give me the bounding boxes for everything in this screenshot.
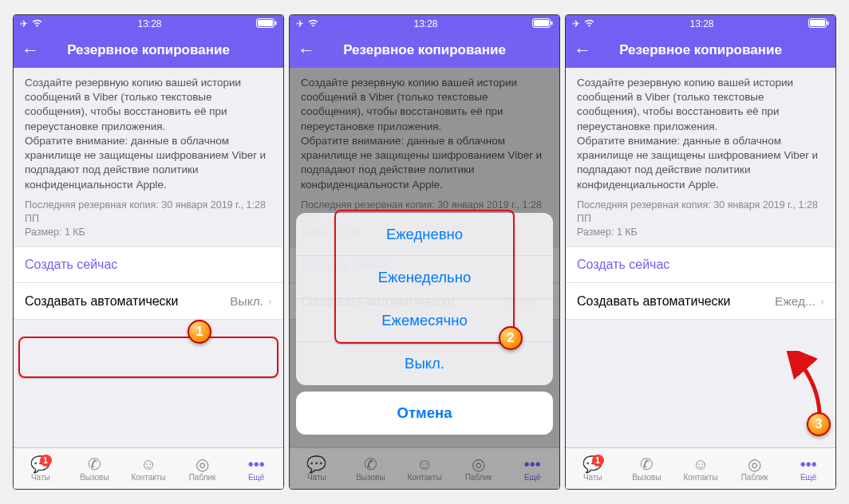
phone-screen-1: ✈ 13:28 ← Резервное копирование Создайте… <box>13 14 284 490</box>
auto-backup-label: Создавать автоматически <box>577 294 775 309</box>
more-icon: ••• <box>800 456 817 472</box>
sheet-option-daily[interactable]: Ежедневно <box>296 213 553 256</box>
tab-bar: 💬 1 Чаты ✆ Вызовы ☺ Контакты ◎ Паблик ••… <box>14 447 283 489</box>
auto-backup-value: Выкл. <box>230 294 263 309</box>
tab-public[interactable]: ◎Паблик <box>452 456 506 482</box>
back-button[interactable]: ← <box>22 41 38 59</box>
chats-badge: 1 <box>40 455 52 467</box>
tab-contacts[interactable]: ☺Контакты <box>673 456 728 482</box>
svg-rect-7 <box>810 20 825 26</box>
tab-public-label: Паблик <box>189 473 216 482</box>
public-icon: ◎ <box>472 456 485 472</box>
tab-contacts[interactable]: ☺ Контакты <box>121 456 176 482</box>
description-text: Создайте резервную копию вашей истории с… <box>566 68 835 195</box>
chevron-right-icon: › <box>820 294 824 308</box>
tab-calls[interactable]: ✆ Вызовы <box>68 456 122 482</box>
public-icon: ◎ <box>195 456 209 472</box>
tab-chats-label: Чаты <box>31 473 50 482</box>
page-title: Резервное копирование <box>590 42 827 58</box>
tab-contacts-label: Контакты <box>131 473 165 482</box>
svg-rect-2 <box>275 21 277 25</box>
tab-calls[interactable]: ✆Вызовы <box>620 456 674 482</box>
airplane-icon: ✈ <box>20 18 28 30</box>
tab-chats[interactable]: 💬 1 Чаты <box>14 456 68 482</box>
content-area: Создайте резервную копию вашей истории с… <box>566 68 835 447</box>
tab-calls-label: Вызовы <box>80 473 109 482</box>
nav-bar: ← Резервное копирование <box>290 33 559 68</box>
auto-backup-value: Ежед... <box>775 294 815 309</box>
tab-public[interactable]: ◎Паблик <box>728 456 782 482</box>
create-now-label: Создать сейчас <box>577 258 669 272</box>
content-area: Создайте резервную копию вашей истории с… <box>290 68 559 447</box>
phone-screen-3: ✈ 13:28 ← Резервное копирование Создайте… <box>565 14 836 490</box>
nav-bar: ← Резервное копирование <box>566 33 835 68</box>
tab-bar: 💬 1 Чаты ✆Вызовы ☺Контакты ◎Паблик •••Ещ… <box>566 447 835 489</box>
chevron-right-icon: › <box>268 294 272 308</box>
status-bar: ✈ 13:28 <box>566 15 835 33</box>
create-now-cell[interactable]: Создать сейчас <box>566 246 835 283</box>
battery-icon <box>256 18 277 30</box>
chat-icon: 💬 <box>306 456 326 472</box>
auto-backup-label: Создавать автоматически <box>25 294 230 309</box>
svg-rect-8 <box>827 21 829 25</box>
battery-icon <box>808 18 829 30</box>
svg-rect-4 <box>534 20 549 26</box>
wifi-icon <box>307 18 319 30</box>
more-icon: ••• <box>248 456 265 472</box>
public-icon: ◎ <box>748 456 761 472</box>
create-now-cell[interactable]: Создать сейчас <box>14 246 283 283</box>
chats-badge: 1 <box>592 455 604 467</box>
auto-backup-cell[interactable]: Создавать автоматически Ежед... › <box>566 283 835 320</box>
create-now-label: Создать сейчас <box>25 258 117 272</box>
sheet-option-off[interactable]: Выкл. <box>296 342 553 385</box>
back-button[interactable]: ← <box>574 41 590 59</box>
auto-backup-cell[interactable]: Создавать автоматически Выкл. › <box>14 283 283 320</box>
tab-contacts[interactable]: ☺Контакты <box>397 456 452 482</box>
content-area: Создайте резервную копию вашей истории с… <box>14 68 283 447</box>
tab-more-label: Ещё <box>248 473 264 482</box>
tab-more[interactable]: ••• Ещё <box>229 456 283 482</box>
tab-chats-label: Чаты <box>583 473 602 482</box>
status-time: 13:28 <box>413 18 437 30</box>
tab-bar: 💬Чаты ✆Вызовы ☺Контакты ◎Паблик •••Ещё <box>290 447 559 489</box>
wifi-icon <box>31 18 43 30</box>
airplane-icon: ✈ <box>296 18 304 30</box>
contact-icon: ☺ <box>417 456 432 472</box>
phone-icon: ✆ <box>640 456 654 472</box>
sheet-option-monthly[interactable]: Ежемесячно <box>296 299 553 342</box>
sheet-cancel[interactable]: Отмена <box>296 392 553 435</box>
action-sheet: Ежедневно Еженедельно Ежемесячно Выкл. О… <box>296 213 553 441</box>
page-title: Резервное копирование <box>314 42 551 58</box>
status-bar: ✈ 13:28 <box>290 15 559 33</box>
tab-calls[interactable]: ✆Вызовы <box>344 456 398 482</box>
status-time: 13:28 <box>137 18 161 30</box>
status-bar: ✈ 13:28 <box>14 15 283 33</box>
tab-chats[interactable]: 💬Чаты <box>290 456 344 482</box>
contact-icon: ☺ <box>693 456 709 472</box>
description-text: Создайте резервную копию вашей истории с… <box>14 68 283 195</box>
battery-icon <box>532 18 553 30</box>
step-marker-1: 1 <box>188 320 211 344</box>
phone-icon: ✆ <box>88 456 101 472</box>
tab-chats[interactable]: 💬 1 Чаты <box>566 456 620 482</box>
tab-more[interactable]: •••Ещё <box>505 456 559 482</box>
airplane-icon: ✈ <box>572 18 580 30</box>
phone-icon: ✆ <box>364 456 377 472</box>
more-icon: ••• <box>524 456 541 472</box>
tab-more[interactable]: •••Ещё <box>781 456 835 482</box>
back-button[interactable]: ← <box>298 41 314 59</box>
nav-bar: ← Резервное копирование <box>14 33 283 68</box>
backup-meta: Последняя резервная копия: 30 января 201… <box>14 195 283 247</box>
wifi-icon <box>583 18 595 30</box>
tab-public[interactable]: ◎ Паблик <box>176 456 230 482</box>
status-time: 13:28 <box>689 18 713 30</box>
highlight-box-1 <box>18 337 278 378</box>
svg-rect-5 <box>551 21 553 25</box>
svg-rect-1 <box>258 20 273 26</box>
step-marker-3: 3 <box>807 412 831 436</box>
phone-screen-2: ✈ 13:28 ← Резервное копирование Создайте… <box>289 14 560 490</box>
sheet-option-weekly[interactable]: Еженедельно <box>296 256 553 299</box>
backup-meta: Последняя резервная копия: 30 января 201… <box>566 195 835 247</box>
annotation-arrow <box>783 351 831 423</box>
contact-icon: ☺ <box>140 456 156 472</box>
